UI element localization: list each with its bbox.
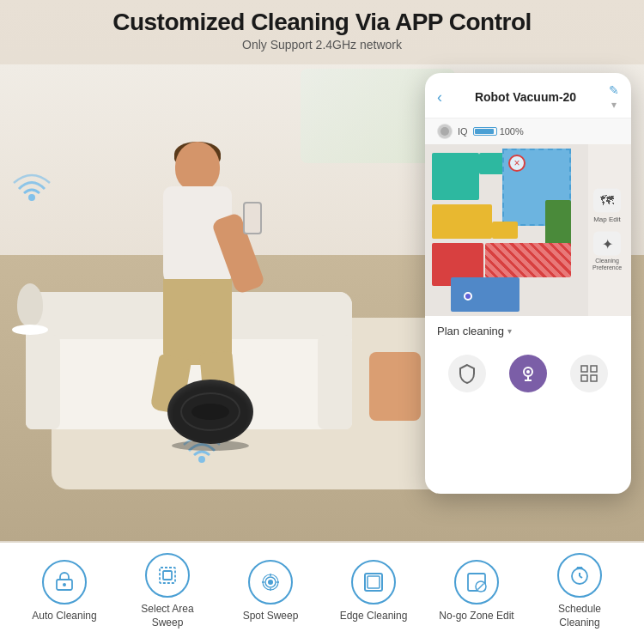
svg-line-28 — [580, 576, 582, 578]
plan-cleaning-dropdown-icon[interactable]: ▾ — [507, 326, 512, 336]
auto-cleaning-label: Auto Cleaning — [32, 610, 96, 623]
person-phone — [243, 202, 262, 234]
svg-point-0 — [28, 194, 35, 201]
sofa-arm-left — [26, 335, 60, 429]
feature-schedule-cleaning[interactable]: Schedule Cleaning — [537, 553, 623, 629]
plan-cleaning-label: Plan cleaning — [437, 325, 504, 337]
spot-sweep-label: Spot Sweep — [243, 610, 299, 623]
svg-point-1 — [198, 456, 205, 463]
svg-rect-8 — [581, 375, 587, 381]
grid-icon-circle[interactable] — [570, 355, 608, 392]
plan-cleaning-row[interactable]: Plan cleaning ▾ — [437, 325, 619, 337]
map-room-teal-ext — [479, 153, 505, 174]
svg-point-14 — [268, 580, 273, 585]
iq-label: IQ — [458, 126, 468, 137]
map-area[interactable]: × 🗺 Map — [425, 144, 631, 316]
feature-select-area-sweep[interactable]: Select Area Sweep — [125, 553, 210, 629]
map-room-teal — [432, 153, 479, 200]
auto-cleaning-icon-wrap[interactable] — [42, 560, 87, 605]
svg-point-11 — [63, 583, 66, 586]
person-head — [175, 142, 220, 191]
schedule-cleaning-label: Schedule Cleaning — [537, 603, 623, 629]
smart-speaker-base — [12, 325, 48, 335]
select-area-icon-wrap[interactable] — [145, 553, 190, 598]
cleaning-icons-row — [437, 348, 619, 399]
map-x-marker[interactable]: × — [508, 155, 526, 172]
vacuum-button[interactable] — [509, 355, 547, 392]
svg-rect-9 — [591, 375, 597, 381]
sofa-arm-right — [318, 335, 352, 429]
map-room-green — [545, 200, 571, 247]
cleaning-preference-label: Cleaning Preference — [590, 258, 624, 272]
main-title: Customized Cleaning Via APP Control — [0, 9, 644, 36]
chevron-down-icon[interactable]: ▾ — [611, 99, 617, 111]
nogo-zone-icon-wrap[interactable] — [454, 560, 499, 605]
battery-visual — [473, 127, 497, 136]
app-device-name: Robot Vacuum-20 — [475, 90, 576, 104]
shield-icon-circle[interactable] — [448, 355, 486, 392]
app-panel: ‹ Robot Vacuum-20 ✎ ▾ IQ 100% — [425, 73, 631, 494]
map-icon[interactable]: 🗺 — [593, 189, 621, 213]
svg-rect-6 — [581, 366, 587, 372]
edge-cleaning-label: Edge Cleaning — [340, 610, 408, 623]
app-status-bar: IQ 100% — [425, 118, 631, 144]
schedule-cleaning-icon-wrap[interactable] — [557, 553, 602, 598]
feature-nogo-zone[interactable]: No-go Zone Edit — [434, 560, 519, 623]
map-edit-label: Map Edit — [593, 216, 621, 223]
grid-button[interactable] — [570, 355, 608, 392]
feature-auto-cleaning[interactable]: Auto Cleaning — [21, 560, 107, 623]
svg-rect-13 — [163, 571, 172, 580]
header-area: Customized Cleaning Via APP Control Only… — [0, 9, 644, 52]
battery-percent: 100% — [500, 126, 524, 137]
wifi-signal-left — [10, 167, 53, 202]
main-container: Customized Cleaning Via APP Control Only… — [0, 0, 644, 644]
feature-spot-sweep[interactable]: Spot Sweep — [228, 560, 313, 623]
robot-position-dot — [464, 292, 472, 301]
sub-title: Only Support 2.4GHz network — [0, 38, 644, 52]
map-edit-button[interactable]: 🗺 Map Edit — [590, 189, 624, 223]
battery-indicator: 100% — [473, 126, 524, 137]
back-arrow-icon[interactable]: ‹ — [437, 88, 442, 106]
spot-sweep-icon-wrap[interactable] — [248, 560, 293, 605]
svg-point-3 — [440, 127, 449, 136]
svg-rect-22 — [368, 576, 380, 588]
select-area-label: Select Area Sweep — [125, 603, 210, 629]
svg-rect-7 — [591, 366, 597, 372]
map-controls: 🗺 Map Edit ✦ Cleaning Preference — [590, 189, 624, 272]
vacuum-icon-circle[interactable] — [509, 355, 547, 392]
edge-cleaning-icon-wrap[interactable] — [351, 560, 396, 605]
map-room-striped — [485, 243, 571, 277]
robot-status-icon — [437, 124, 453, 139]
app-bottom-controls: Plan cleaning ▾ — [425, 316, 631, 408]
map-room-yellow — [432, 204, 492, 239]
smart-speaker — [17, 283, 43, 326]
robot-vacuum-body — [167, 365, 253, 451]
feature-edge-cleaning[interactable]: Edge Cleaning — [331, 560, 416, 623]
nogo-zone-label: No-go Zone Edit — [439, 610, 513, 623]
svg-point-5 — [526, 370, 530, 374]
shield-button[interactable] — [448, 355, 486, 392]
battery-fill — [475, 129, 494, 134]
map-room-yellow-ext — [492, 222, 518, 239]
settings-icon[interactable]: ✦ — [593, 232, 621, 256]
svg-rect-12 — [160, 568, 175, 583]
edit-icon[interactable]: ✎ — [609, 83, 619, 97]
app-header: ‹ Robot Vacuum-20 ✎ ▾ — [425, 73, 631, 118]
features-bar: Auto Cleaning Select Area Sweep — [0, 543, 644, 644]
orange-chair — [369, 352, 421, 421]
map-room-blue-bottom — [451, 277, 519, 312]
cleaning-preference-button[interactable]: ✦ Cleaning Preference — [590, 232, 624, 272]
